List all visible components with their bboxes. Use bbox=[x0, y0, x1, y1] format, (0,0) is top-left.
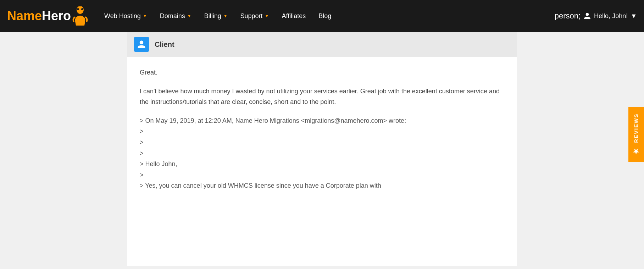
nav-items: Web Hosting ▼ Domains ▼ Billing ▼ Suppor… bbox=[99, 9, 555, 23]
main-nav: NameHero Web Hosting ▼ Domains ▼ Billing… bbox=[0, 0, 644, 32]
quoted-block: > On May 19, 2019, at 12:20 AM, Name Her… bbox=[140, 115, 504, 191]
user-greeting: Hello, John! bbox=[594, 12, 628, 20]
billing-caret: ▼ bbox=[223, 13, 228, 18]
user-icon: person; bbox=[555, 11, 581, 21]
client-avatar bbox=[134, 37, 149, 52]
message-paragraph-1: Great. bbox=[140, 67, 504, 78]
logo-name: Name bbox=[7, 9, 42, 23]
quoted-line-3: > bbox=[140, 139, 144, 146]
nav-affiliates[interactable]: Affiliates bbox=[276, 9, 311, 23]
nav-web-hosting[interactable]: Web Hosting ▼ bbox=[99, 9, 153, 23]
reviews-star-icon: ★ bbox=[632, 147, 640, 156]
quoted-line-7: > Yes, you can cancel your old WHMCS lic… bbox=[140, 182, 381, 189]
message-body: Great. I can't believe how much money I … bbox=[127, 57, 517, 201]
domains-caret: ▼ bbox=[187, 13, 191, 18]
quoted-line-5: > Hello John, bbox=[140, 160, 177, 168]
nav-blog[interactable]: Blog bbox=[313, 9, 337, 23]
content-area: Client Great. I can't believe how much m… bbox=[127, 32, 517, 266]
quoted-line-1: > On May 19, 2019, at 12:20 AM, Name Her… bbox=[140, 117, 406, 124]
nav-domains[interactable]: Domains ▼ bbox=[154, 9, 197, 23]
web-hosting-caret: ▼ bbox=[143, 13, 147, 18]
svg-point-2 bbox=[81, 8, 83, 10]
message-paragraph-2: I can't believe how much money I wasted … bbox=[140, 86, 504, 108]
reviews-label: REVIEWS bbox=[633, 113, 639, 143]
support-caret: ▼ bbox=[265, 13, 269, 18]
quoted-line-4: > bbox=[140, 150, 144, 157]
client-avatar-icon bbox=[137, 40, 146, 49]
logo-icon bbox=[72, 6, 88, 26]
nav-support[interactable]: Support ▼ bbox=[235, 9, 275, 23]
nav-billing[interactable]: Billing ▼ bbox=[199, 9, 233, 23]
user-menu[interactable]: person; Hello, John! ▼ bbox=[555, 11, 637, 21]
user-menu-caret: ▼ bbox=[631, 12, 637, 20]
reviews-tab[interactable]: ★ REVIEWS bbox=[628, 107, 644, 162]
logo-hero: Hero bbox=[42, 9, 71, 23]
logo[interactable]: NameHero bbox=[7, 6, 88, 26]
quoted-line-2: > bbox=[140, 128, 144, 135]
svg-point-1 bbox=[77, 8, 79, 10]
quoted-line-6: > bbox=[140, 171, 144, 179]
client-label: Client bbox=[155, 40, 174, 49]
user-profile-icon bbox=[583, 12, 591, 20]
client-header: Client bbox=[127, 32, 517, 57]
